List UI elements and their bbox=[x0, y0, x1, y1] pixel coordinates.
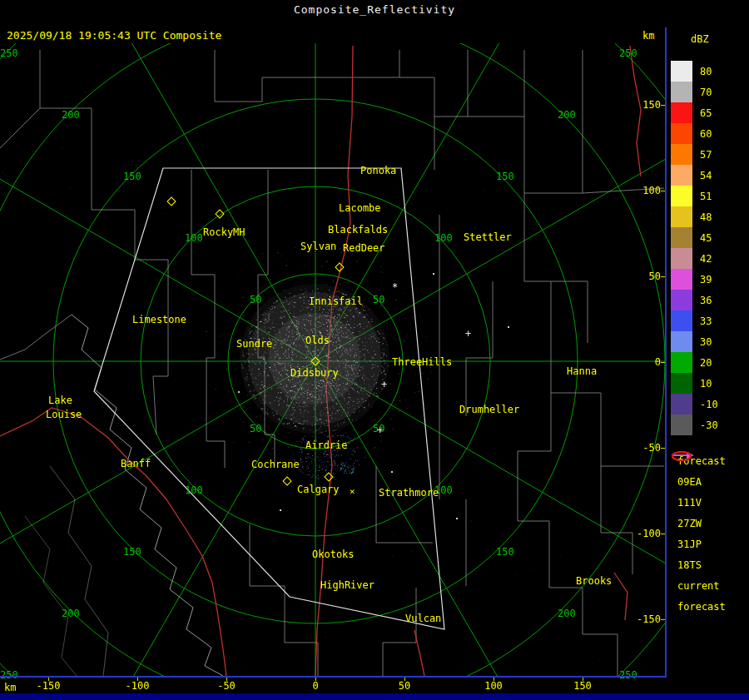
colorbar-row: 39 bbox=[671, 269, 718, 290]
colorbar-value: 45 bbox=[700, 232, 712, 244]
colorbar-value: -10 bbox=[700, 399, 718, 410]
legend-label: 18TS bbox=[677, 559, 702, 571]
colorbar-value: 20 bbox=[700, 357, 712, 369]
legend-row: 09EA bbox=[671, 471, 726, 492]
colorbar-value: 36 bbox=[700, 295, 712, 306]
colorbar-row: 48 bbox=[671, 206, 718, 227]
radar-echo-canvas bbox=[0, 0, 749, 700]
storm-track-legend: forecast09EA111V27ZW31JP18TScurrentforec… bbox=[671, 450, 726, 617]
legend-row: 31JP bbox=[671, 534, 726, 554]
colorbar-value: -30 bbox=[700, 420, 718, 431]
colorbar-value: 48 bbox=[700, 211, 712, 223]
colorbar-swatch bbox=[671, 144, 692, 165]
colorbar-swatch bbox=[671, 186, 692, 206]
colorbar-swatch bbox=[671, 269, 692, 290]
colorbar-row: 57 bbox=[671, 144, 718, 165]
colorbar-row: 42 bbox=[671, 248, 718, 269]
colorbar-value: 70 bbox=[700, 87, 712, 98]
colorbar-title: dBZ bbox=[691, 33, 709, 45]
colorbar-value: 60 bbox=[700, 128, 712, 140]
colorbar-row: 51 bbox=[671, 186, 718, 206]
legend-row: 18TS bbox=[671, 554, 726, 575]
legend-row: current bbox=[671, 575, 726, 596]
colorbar-value: 65 bbox=[700, 107, 712, 119]
colorbar-row: -30 bbox=[671, 415, 718, 435]
x-axis-unit-label: km bbox=[4, 682, 16, 693]
colorbar-swatch bbox=[671, 165, 692, 186]
colorbar-value: 10 bbox=[700, 378, 712, 390]
colorbar-swatch bbox=[671, 415, 692, 435]
legend-row: 111V bbox=[671, 492, 726, 513]
colorbar-swatch bbox=[671, 82, 692, 102]
colorbar-value: 51 bbox=[700, 191, 712, 202]
colorbar-value: 33 bbox=[700, 315, 712, 327]
legend-label: 111V bbox=[677, 497, 702, 509]
colorbar-row: 80 bbox=[671, 61, 718, 82]
colorbar-row: 70 bbox=[671, 82, 718, 102]
colorbar-swatch bbox=[671, 310, 692, 331]
legend-label: 27ZW bbox=[677, 518, 702, 529]
colorbar-value: 30 bbox=[700, 336, 712, 348]
colorbar: 80706560575451484542393633302010-10-30 bbox=[671, 61, 718, 435]
colorbar-row: 10 bbox=[671, 373, 718, 394]
colorbar-swatch bbox=[671, 352, 692, 373]
colorbar-row: 33 bbox=[671, 310, 718, 331]
y-axis-line bbox=[665, 27, 667, 676]
radar-viewer: Composite_Reflectivity 2025/09/18 19:05:… bbox=[0, 0, 749, 700]
colorbar-row: 30 bbox=[671, 331, 718, 352]
colorbar-swatch bbox=[671, 373, 692, 394]
legend-label: 31JP bbox=[677, 539, 702, 550]
colorbar-swatch bbox=[671, 102, 692, 123]
colorbar-swatch bbox=[671, 248, 692, 269]
colorbar-swatch bbox=[671, 331, 692, 352]
legend-row: forecast bbox=[671, 596, 726, 617]
colorbar-swatch bbox=[671, 290, 692, 310]
colorbar-row: 45 bbox=[671, 227, 718, 248]
colorbar-value: 54 bbox=[700, 170, 712, 181]
colorbar-row: 65 bbox=[671, 102, 718, 123]
colorbar-value: 42 bbox=[700, 253, 712, 265]
colorbar-value: 57 bbox=[700, 149, 712, 161]
colorbar-swatch bbox=[671, 206, 692, 227]
colorbar-row: -10 bbox=[671, 394, 718, 415]
bottom-bar bbox=[0, 693, 749, 700]
track-ellipse-icon bbox=[671, 450, 694, 462]
colorbar-row: 60 bbox=[671, 123, 718, 144]
colorbar-row: 54 bbox=[671, 165, 718, 186]
colorbar-row: 36 bbox=[671, 290, 718, 310]
legend-label: forecast bbox=[677, 601, 726, 613]
colorbar-swatch bbox=[671, 123, 692, 144]
legend-label: 09EA bbox=[677, 476, 702, 488]
legend-label: current bbox=[677, 580, 720, 592]
colorbar-value: 39 bbox=[700, 274, 712, 285]
colorbar-row: 20 bbox=[671, 352, 718, 373]
colorbar-swatch bbox=[671, 61, 692, 82]
legend-row: 27ZW bbox=[671, 513, 726, 534]
x-axis-line bbox=[0, 676, 667, 678]
colorbar-swatch bbox=[671, 227, 692, 248]
colorbar-value: 80 bbox=[700, 66, 712, 77]
colorbar-swatch bbox=[671, 394, 692, 415]
